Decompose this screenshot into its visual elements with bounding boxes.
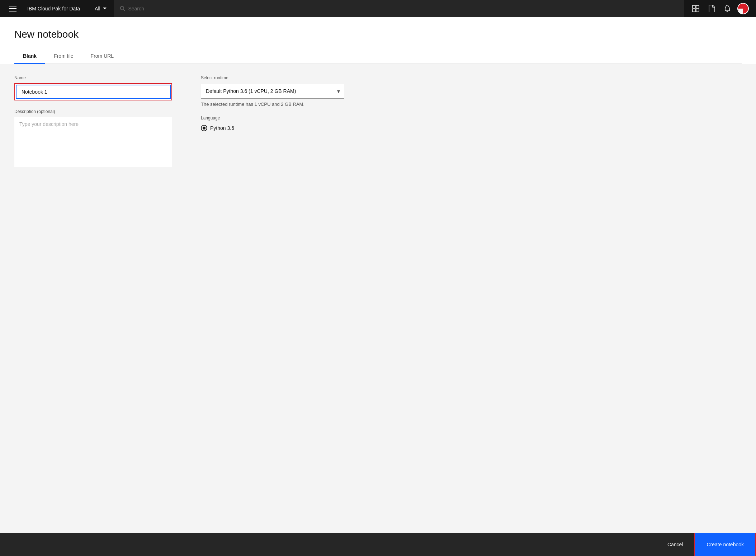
form-area: Name Description (optional) Select runti…: [0, 64, 756, 533]
runtime-field-group: Select runtime Default Python 3.6 (1 vCP…: [201, 75, 344, 107]
grid-icon-button[interactable]: [689, 0, 703, 17]
language-option: Python 3.6: [201, 125, 344, 131]
language-label: Language: [201, 116, 344, 121]
avatar: [737, 3, 749, 14]
menu-icon[interactable]: [6, 0, 20, 17]
svg-line-4: [123, 9, 124, 10]
tabs: Blank From file From URL: [14, 49, 742, 64]
svg-rect-0: [9, 6, 16, 6]
search-input[interactable]: [128, 6, 679, 11]
create-notebook-button[interactable]: Create notebook: [695, 533, 755, 556]
top-navigation: IBM Cloud Pak for Data All: [0, 0, 756, 17]
form-right: Select runtime Default Python 3.6 (1 vCP…: [201, 75, 344, 522]
avatar-button[interactable]: [736, 0, 750, 17]
description-label: Description (optional): [14, 109, 172, 114]
runtime-select-wrapper: Default Python 3.6 (1 vCPU, 2 GB RAM) ▾: [201, 84, 344, 99]
tab-from-url[interactable]: From URL: [82, 49, 123, 64]
page-header: New notebook Blank From file From URL: [0, 17, 756, 64]
language-field-group: Language Python 3.6: [201, 116, 344, 131]
name-field-wrapper: [14, 83, 172, 100]
document-icon: [708, 5, 715, 12]
brand-name: IBM Cloud Pak for Data: [27, 6, 80, 11]
create-button-wrapper: Create notebook: [694, 533, 756, 556]
main-content: New notebook Blank From file From URL Na…: [0, 17, 756, 533]
description-field-group: Description (optional): [14, 109, 172, 169]
notification-icon: [724, 5, 731, 12]
footer: Cancel Create notebook: [0, 533, 756, 556]
page-title: New notebook: [14, 29, 742, 40]
svg-rect-8: [696, 9, 699, 12]
name-label: Name: [14, 75, 172, 80]
notification-icon-button[interactable]: [720, 0, 734, 17]
svg-rect-5: [693, 5, 695, 8]
tab-from-file[interactable]: From file: [45, 49, 82, 64]
svg-rect-2: [9, 11, 16, 11]
runtime-select[interactable]: Default Python 3.6 (1 vCPU, 2 GB RAM): [201, 84, 344, 98]
svg-point-3: [120, 6, 124, 10]
tab-blank[interactable]: Blank: [14, 49, 45, 64]
runtime-info: The selected runtime has 1 vCPU and 2 GB…: [201, 102, 344, 107]
cancel-button[interactable]: Cancel: [656, 533, 695, 556]
nav-divider: [86, 5, 86, 12]
form-left: Name Description (optional): [14, 75, 172, 522]
scope-selector[interactable]: All: [92, 6, 110, 11]
search-icon: [120, 6, 126, 11]
svg-rect-7: [693, 9, 695, 12]
document-icon-button[interactable]: [704, 0, 719, 17]
description-textarea[interactable]: [14, 117, 172, 167]
nav-actions: [689, 0, 750, 17]
svg-rect-1: [9, 8, 16, 9]
name-input[interactable]: [16, 85, 171, 99]
runtime-label: Select runtime: [201, 75, 344, 80]
python-radio[interactable]: [201, 125, 207, 131]
search-bar: [114, 0, 684, 17]
name-field-group: Name: [14, 75, 172, 100]
language-option-label: Python 3.6: [210, 125, 234, 131]
grid-icon: [692, 5, 699, 12]
svg-rect-6: [696, 5, 699, 8]
